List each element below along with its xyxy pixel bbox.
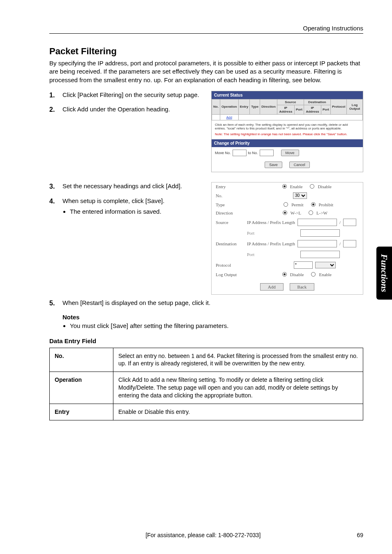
entry-enable-radio[interactable] (282, 184, 287, 189)
col-logoutput: Log Output (347, 99, 363, 114)
protocol-label: Protocol (216, 263, 244, 268)
footer-assist: [For assistance, please call: 1-800-272-… (49, 532, 357, 538)
move-from-input[interactable] (233, 150, 247, 156)
move-button[interactable]: Move (281, 150, 299, 156)
protocol-select[interactable] (315, 262, 336, 268)
source-label: Source (216, 220, 244, 225)
col-no: No. (212, 99, 220, 114)
source-port-input[interactable] (300, 229, 340, 237)
step-number: 4. (49, 197, 58, 216)
col-type: Type (250, 99, 260, 114)
notes-heading: Notes (62, 314, 363, 321)
table-caption: Click an item of each entry. The setting… (212, 120, 363, 132)
cell-blank (238, 114, 362, 120)
type-prohibit-text: Prohibit (319, 202, 333, 207)
status-table: No. Operation Entry Type Direction Sourc… (212, 99, 363, 120)
log-disable-text: Disable (290, 272, 304, 277)
table-row: Entry Enable or Disable this entry. (50, 404, 363, 420)
col-operation: Operation (220, 99, 238, 114)
dest-prefix-input[interactable] (343, 240, 356, 247)
step-number: 1. (49, 91, 58, 100)
source-port-label: Port (247, 231, 254, 235)
step-number: 2. (49, 105, 58, 114)
direction-label: Direction (216, 210, 244, 215)
no-label: No. (216, 193, 244, 198)
note-item: You must click [Save] after setting the … (70, 322, 363, 329)
dest-port-input[interactable] (300, 251, 340, 258)
move-label: Move No. (215, 151, 231, 155)
side-tab-functions: Functions (376, 247, 392, 300)
entry-disable-radio[interactable] (310, 184, 314, 189)
type-permit-text: Permit (291, 202, 303, 207)
col-source: Source (277, 99, 304, 105)
page-header: Operating Instructions (49, 25, 363, 34)
field-table: No. Select an entry no. between 1 and 64… (49, 348, 363, 420)
panel-title: Current Status (212, 91, 363, 99)
dest-label: Destination (216, 241, 244, 246)
field-desc: Enable or Disable this entry. (113, 404, 363, 420)
field-desc: Click Add to add a new filtering setting… (113, 372, 363, 404)
source-ip-label: IP Address / Prefix Length (247, 220, 295, 225)
add-link[interactable]: Add (220, 114, 238, 120)
type-permit-radio[interactable] (284, 202, 288, 207)
source-ip-input[interactable] (297, 219, 337, 226)
col-source-port: Port (294, 105, 304, 114)
type-prohibit-radio[interactable] (311, 202, 316, 207)
step-number: 3. (49, 182, 58, 191)
col-entry: Entry (238, 99, 249, 114)
source-prefix-input[interactable] (343, 219, 356, 226)
step-sub-bullet: The entered information is saved. (70, 208, 164, 216)
step-text: When setup is complete, click [Save]. Th… (62, 197, 164, 216)
to-label: to No. (248, 151, 258, 155)
entry-disable-text: Disable (318, 184, 332, 189)
page-number: 69 (357, 532, 363, 538)
protocol-input[interactable] (294, 261, 313, 269)
slash: / (339, 220, 341, 225)
dest-port-label: Port (247, 252, 254, 257)
log-enable-radio[interactable] (311, 272, 316, 277)
step-text: Set the necessary headings and click [Ad… (62, 182, 182, 191)
intro-paragraph: By specifying the IP address, port and p… (49, 59, 363, 84)
entry-label: Entry (216, 184, 244, 189)
logoutput-label: Log Output (216, 272, 244, 277)
col-dest-port: Port (321, 105, 330, 114)
step-text: Click Add under the Operation heading. (62, 105, 170, 114)
col-destination: Destination (304, 99, 330, 105)
screenshot-entry-form: Entry Enable Disable No. 30 Type (211, 182, 363, 295)
step-number: 5. (49, 299, 58, 308)
back-button[interactable]: Back (290, 283, 315, 291)
col-source-ip: IP Address (277, 105, 294, 114)
step-text: When [Restart] is displayed on the setup… (62, 299, 210, 308)
col-direction: Direction (260, 99, 277, 114)
entry-enable-text: Enable (290, 184, 303, 189)
direction-wl-radio[interactable] (283, 210, 287, 215)
dest-ip-label: IP Address / Prefix Length (247, 241, 295, 246)
field-label: No. (50, 348, 113, 372)
step-text: Click [Packet Filtering] on the security… (62, 91, 199, 100)
field-label: Entry (50, 404, 113, 420)
move-to-input[interactable] (260, 150, 274, 156)
direction-wl-text: W->L (291, 210, 301, 215)
save-note: Note: The setting highlighted in orange … (212, 132, 363, 139)
panel-title-priority: Change of Priority (212, 139, 363, 147)
no-select[interactable]: 30 (293, 192, 307, 199)
cancel-button[interactable]: Cancel (289, 162, 310, 168)
screenshot-current-status: Current Status No. Operation Entry Type … (211, 91, 363, 172)
col-protocol: Protocol (330, 99, 346, 114)
save-button[interactable]: Save (265, 162, 282, 168)
log-enable-text: Enable (319, 272, 332, 277)
page-title: Packet Filtering (49, 46, 363, 57)
data-entry-heading: Data Entry Field (49, 337, 363, 344)
col-dest-ip: IP Address (304, 105, 321, 114)
direction-lw-radio[interactable] (309, 210, 313, 215)
cell-blank (212, 114, 220, 120)
type-label: Type (216, 202, 244, 207)
field-desc: Select an entry no. between 1 and 64. Pa… (113, 348, 363, 372)
dest-ip-input[interactable] (297, 240, 337, 247)
add-button[interactable]: Add (260, 283, 284, 291)
direction-lw-text: L->W (316, 210, 327, 215)
table-row: No. Select an entry no. between 1 and 64… (50, 348, 363, 372)
log-disable-radio[interactable] (282, 272, 287, 277)
slash: / (339, 241, 341, 246)
table-row: Operation Click Add to add a new filteri… (50, 372, 363, 404)
